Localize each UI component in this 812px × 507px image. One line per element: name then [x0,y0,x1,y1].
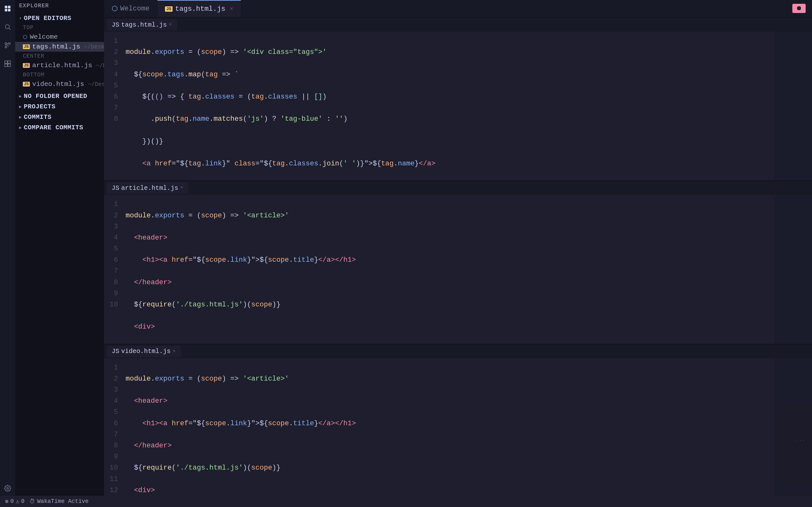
error-icon: ⊗ [5,498,9,505]
svg-point-7 [5,46,7,48]
top-right-controls: ⏺ [792,4,806,13]
code-view-tags: 12345678 module.exports = (scope) => '<d… [104,32,812,180]
svg-rect-14 [5,64,7,66]
svg-rect-0 [5,6,7,8]
code-view-video: 123456789101112 module.exports = (scope)… [104,358,812,507]
minimap-article [774,195,812,343]
tab-welcome[interactable]: ⬡ Welcome [104,0,157,17]
extensions-icon[interactable] [2,58,14,70]
pane-article-tabbar: JS article.html.js × [104,181,812,195]
open-editors-chevron: ▾ [19,15,22,21]
minimap-tags [774,32,812,180]
svg-point-16 [7,487,9,489]
svg-rect-2 [5,9,7,11]
line-numbers-video: 123456789101112 [104,358,123,507]
js-file-icon-tags: JS [23,44,30,49]
status-bar: ⊗ 0 ⚠ 0 ⏱ WakaTime Active [0,496,812,507]
pane-tags: JS tags.html.js × 12345678 module.export… [104,18,812,181]
sidebar-file-video[interactable]: JS video.html.js ~/Desktop [15,79,104,89]
tab-tags[interactable]: JS tags.html.js × [157,0,241,17]
status-errors[interactable]: ⊗ 0 ⚠ 0 [5,498,24,505]
svg-rect-12 [5,61,7,63]
svg-line-5 [9,28,10,30]
projects-chevron: ▶ [19,104,22,109]
compare-commits-item[interactable]: ▶ COMPARE COMMITS [15,122,104,133]
compare-commits-chevron: ▶ [19,125,22,130]
pane-tab-tags[interactable]: JS tags.html.js × [107,19,177,31]
git-icon[interactable] [2,39,14,51]
no-folder-chevron: ▶ [19,94,22,99]
record-button[interactable]: ⏺ [792,4,806,13]
open-editors-section: ▾ OPEN EDITORS TOP ⬡ Welcome JS tags.htm… [15,11,104,91]
editor-area: ⬡ Welcome JS tags.html.js × JS tags.html… [104,0,812,507]
svg-rect-13 [8,61,10,63]
welcome-file-icon: ⬡ [23,34,27,40]
code-content-article[interactable]: module.exports = (scope) => '<article>' … [123,195,774,343]
sidebar-file-article[interactable]: JS article.html.js ~/Desktop [15,60,104,70]
minimap-decoration: ··· [796,437,806,444]
explorer-icon[interactable] [2,3,14,14]
open-editors-label[interactable]: ▾ OPEN EDITORS [15,13,104,23]
svg-point-6 [5,43,7,45]
settings-icon[interactable] [2,482,14,494]
code-content-tags[interactable]: module.exports = (scope) => '<div class=… [123,32,774,180]
group-label-center: CENTER [15,52,104,60]
svg-line-11 [7,44,9,47]
svg-point-8 [9,43,10,45]
commits-item[interactable]: ▶ COMMITS [15,112,104,122]
welcome-tab-icon: ⬡ [112,4,118,13]
pane-close-tags[interactable]: × [169,22,172,27]
pane-video: JS video.html.js × 123456789101112 modul… [104,344,812,507]
editor-panes: JS tags.html.js × 12345678 module.export… [104,18,812,507]
js-file-icon-article: JS [23,63,30,68]
pane-tab-video[interactable]: JS video.html.js × [107,346,181,357]
js-file-icon-video: JS [23,82,30,87]
sidebar-header: EXPLORER [15,0,104,11]
activity-bar [0,0,15,507]
line-numbers-article: 12345678910 [104,195,123,343]
sidebar-file-welcome[interactable]: ⬡ Welcome [15,32,104,42]
sidebar-file-tags[interactable]: JS tags.html.js ~/Desktop [15,42,104,52]
pane-close-video[interactable]: × [172,349,176,354]
svg-point-4 [5,25,9,29]
pane-tags-tabbar: JS tags.html.js × [104,18,812,32]
js-badge-pane-tags: JS [112,21,119,29]
search-icon[interactable] [2,21,14,33]
sidebar: EXPLORER ▾ OPEN EDITORS TOP ⬡ Welcome JS… [15,0,104,507]
pane-video-tabbar: JS video.html.js × [104,344,812,358]
svg-rect-3 [8,9,10,11]
pane-tab-article[interactable]: JS article.html.js × [107,182,189,193]
minimap-video: ··· [774,358,812,507]
close-tab-tags[interactable]: × [230,6,233,12]
code-content-video[interactable]: module.exports = (scope) => '<article>' … [123,358,774,507]
svg-rect-15 [8,64,10,66]
commits-chevron: ▶ [19,114,22,120]
code-view-article: 12345678910 module.exports = (scope) => … [104,195,812,343]
main-tab-bar: ⬡ Welcome JS tags.html.js × [104,0,812,18]
pane-article: JS article.html.js × 12345678910 module.… [104,181,812,344]
projects-item[interactable]: ▶ PROJECTS [15,101,104,112]
js-badge-pane-video: JS [112,348,119,355]
js-badge-tags: JS [165,6,172,12]
status-wakatime[interactable]: ⏱ WakaTime Active [30,498,89,505]
warning-icon: ⚠ [16,498,19,505]
line-numbers-tags: 12345678 [104,32,123,180]
svg-rect-1 [8,6,10,8]
group-label-bottom: BOTTOM [15,70,104,79]
no-folder-item[interactable]: ▶ NO FOLDER OPENED [15,91,104,101]
pane-close-article[interactable]: × [180,185,183,191]
js-badge-pane-article: JS [112,184,119,192]
group-label-top: TOP [15,23,104,32]
wakatime-icon: ⏱ [30,498,35,505]
